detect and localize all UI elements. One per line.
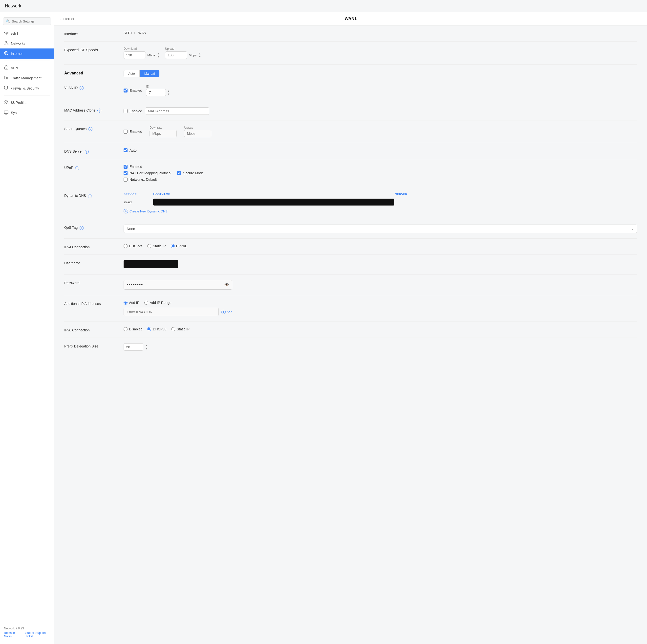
ipv6-dhcpv6-option[interactable]: DHCPv6 [147,327,166,331]
sidebar-item-wifi[interactable]: WiFi [0,29,54,38]
hostname-sort-icon[interactable]: ⌄ [171,193,173,196]
upload-label: Upload [165,47,202,51]
vlan-spinners: ▲ ▼ [167,89,170,96]
ipv4-pppoe-radio[interactable] [171,244,175,248]
sidebar-footer: Network 7.0.23 Release Notes | Submit Su… [0,624,54,641]
sidebar-item-networks[interactable]: Networks [0,38,54,49]
cidr-input[interactable] [124,308,219,316]
page-title: WAN1 [345,16,357,21]
dynamic-dns-label-text: Dynamic DNS [64,194,86,198]
prefix-spinners: ▲ ▼ [145,344,148,350]
prefix-input[interactable] [124,343,143,351]
ipv6-static-option[interactable]: Static IP [171,327,190,331]
dns-auto-checkbox[interactable] [124,148,128,152]
advanced-row: Advanced Auto Manual [64,65,637,79]
release-notes-link[interactable]: Release Notes [4,631,20,638]
qos-chevron-icon: ⌄ [631,227,634,231]
auto-toggle-btn[interactable]: Auto [124,70,140,77]
prefix-spin-down[interactable]: ▼ [145,347,148,350]
eye-icon[interactable]: 👁️ [224,282,229,287]
smart-queues-checkbox[interactable] [124,130,128,134]
ipv6-static-radio[interactable] [171,327,175,331]
sidebar-item-vpn[interactable]: VPN [0,63,54,73]
downrate-input[interactable] [149,130,177,137]
sidebar-item-firewall[interactable]: Firewall & Security [0,83,54,93]
search-box[interactable]: 🔍 [3,17,51,25]
add-range-radio[interactable] [144,301,148,305]
add-range-option[interactable]: Add IP Range [144,301,171,305]
mac-info-icon[interactable]: i [97,109,101,113]
dns-server-control: Auto [124,148,637,152]
svg-line-3 [5,42,6,44]
vlan-spin-up[interactable]: ▲ [167,89,170,92]
ipv6-dhcpv6-radio[interactable] [147,327,151,331]
nat-pmp-check: NAT Port Mapping Protocol [124,171,171,175]
upload-group: Upload Mbps ▲ ▼ [165,47,202,59]
server-sort-icon[interactable]: ⌄ [409,193,411,196]
search-input[interactable] [12,19,49,23]
ipv4-connection-label: IPv4 Connection [64,244,119,249]
ipv6-disabled-radio[interactable] [124,327,128,331]
svg-point-1 [4,44,5,45]
add-ip-radio[interactable] [124,301,128,305]
prefix-delegation-control: ▲ ▼ [124,343,637,351]
ipv6-disabled-option[interactable]: Disabled [124,327,142,331]
add-ip-option[interactable]: Add IP [124,301,139,305]
upload-spin-down[interactable]: ▼ [198,55,202,58]
prefix-spin-up[interactable]: ▲ [145,344,148,347]
ipv6-dhcpv6-label: DHCPv6 [153,327,166,331]
dynamic-dns-control: SERVICE ⌄ HOSTNAME ⌄ SERVER ⌄ [124,193,637,213]
dns-auto-check: Auto [124,148,637,152]
ipv4-static-radio[interactable] [147,244,151,248]
uprate-input[interactable] [184,130,211,137]
mac-address-input[interactable] [145,107,209,115]
dns-server-label: DNS Server i [64,148,119,153]
sidebar-item-profiles-label: 88 Profiles [11,101,27,105]
sidebar-item-profiles[interactable]: 88 Profiles [0,98,54,108]
upnp-enabled-checkbox[interactable] [124,165,128,169]
mac-enabled-checkbox[interactable] [124,109,128,113]
ipv4-static-option[interactable]: Static IP [147,244,165,248]
back-button[interactable]: ‹ Internet [60,17,74,21]
nat-pmp-checkbox[interactable] [124,171,128,175]
secure-mode-checkbox[interactable] [177,171,181,175]
upload-input[interactable] [165,52,187,59]
create-dns-button[interactable]: + Create New Dynamic DNS [124,209,637,213]
advanced-label: Advanced [64,70,119,75]
vlan-spin-down[interactable]: ▼ [167,93,170,96]
password-dots: •••••••• [127,282,224,287]
smart-queues-label: Smart Queues i [64,126,119,131]
upnp-info-icon[interactable]: i [75,166,79,170]
upload-spin-up[interactable]: ▲ [198,52,202,55]
advanced-toggle: Auto Manual [124,70,637,77]
ipv4-pppoe-label: PPPoE [176,244,187,248]
add-cidr-button[interactable]: + Add [221,310,232,314]
dns-info-icon[interactable]: i [85,150,89,153]
ipv4-connection-row: IPv4 Connection DHCPv4 Static IP [64,239,637,255]
download-input[interactable] [124,52,146,59]
vlan-info-icon[interactable]: i [80,86,83,90]
sidebar-item-system[interactable]: System [0,108,54,118]
ipv4-pppoe-option[interactable]: PPPoE [171,244,187,248]
dns-auto-label: Auto [130,148,137,152]
mac-row: Enabled [124,107,637,115]
ipv4-dhcp-option[interactable]: DHCPv4 [124,244,142,248]
sidebar: 🔍 WiFi Networks [0,12,54,644]
sidebar-item-internet[interactable]: Internet [0,49,54,59]
sidebar-item-traffic[interactable]: Traffic Management [0,73,54,83]
manual-toggle-btn[interactable]: Manual [140,70,160,77]
upload-spinners: ▲ ▼ [198,52,202,58]
download-spin-down[interactable]: ▼ [157,55,160,58]
ipv4-dhcp-radio[interactable] [124,244,128,248]
networks-default-checkbox[interactable] [124,178,128,182]
vlan-enabled-checkbox[interactable] [124,88,128,92]
vlan-id-input[interactable] [146,89,166,96]
dynamic-dns-info-icon[interactable]: i [88,194,92,198]
support-ticket-link[interactable]: Submit Support Ticket [25,631,50,638]
smart-queues-info-icon[interactable]: i [88,127,92,131]
qos-info-icon[interactable]: i [80,226,83,230]
sidebar-item-internet-label: Internet [11,52,22,56]
download-spin-up[interactable]: ▲ [157,52,160,55]
qos-select[interactable]: None ⌄ [124,224,637,233]
service-sort-icon[interactable]: ⌄ [138,193,140,196]
